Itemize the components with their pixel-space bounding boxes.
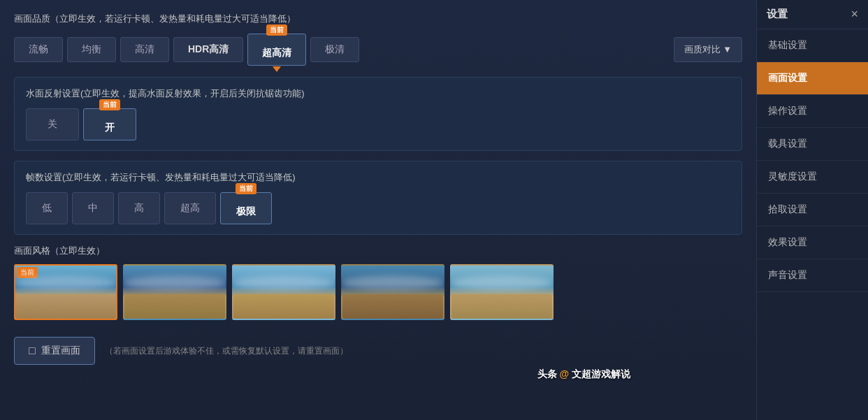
fps-title: 帧数设置(立即生效，若运行卡顿、发热量和耗电量过大可适当降低): [26, 171, 730, 184]
style-thumb-5[interactable]: [450, 264, 554, 320]
water-reflection-on[interactable]: 当前 开: [83, 108, 136, 140]
sidebar-item-sensitivity[interactable]: 灵敏度设置: [757, 161, 868, 194]
quality-section: 画面品质（立即生效，若运行卡顿、发热量和耗电量过大可适当降低） 流畅 均衡 高清…: [14, 13, 742, 66]
dangqian-badge-style: 当前: [17, 267, 38, 278]
quality-btn-liuchang[interactable]: 流畅: [14, 37, 63, 62]
sidebar-item-display[interactable]: 画面设置: [757, 62, 868, 95]
style-thumb-1[interactable]: 当前: [14, 264, 117, 320]
water-reflection-card: 水面反射设置(立即生效，提高水面反射效果，开启后关闭抗锯齿功能) 关 当前 开: [14, 77, 742, 151]
watermark-name: 文超游戏解说: [572, 368, 630, 379]
close-button[interactable]: ×: [851, 7, 858, 22]
cloud-decoration-5: [451, 276, 552, 290]
fps-btn-low[interactable]: 低: [26, 192, 68, 224]
sidebar-item-sound[interactable]: 声音设置: [757, 259, 868, 292]
dangqian-badge-quality: 当前: [266, 24, 287, 36]
cloud-decoration-3: [233, 276, 334, 290]
sidebar-item-controls[interactable]: 操作设置: [757, 95, 868, 128]
quality-compare-button[interactable]: 画质对比 ▼: [674, 37, 742, 62]
arrow-down-quality: [273, 66, 281, 72]
reset-hint: （若画面设置后游戏体验不佳，或需恢复默认设置，请重置画面）: [105, 345, 348, 357]
style-thumbnails: 当前: [14, 264, 742, 320]
cloud-decoration-1: [15, 276, 116, 290]
dangqian-badge-water: 当前: [99, 99, 120, 110]
cloud-decoration-4: [342, 276, 443, 290]
sidebar-header: 设置 ×: [757, 0, 868, 29]
watermark-at: @: [559, 368, 569, 379]
quality-btn-ultrahd[interactable]: 当前 超高清: [247, 34, 306, 66]
style-title: 画面风格（立即生效）: [14, 245, 742, 257]
fps-settings-card: 帧数设置(立即生效，若运行卡顿、发热量和耗电量过大可适当降低) 低 中 高 超高…: [14, 161, 742, 235]
quality-desc: 画面品质（立即生效，若运行卡顿、发热量和耗电量过大可适当降低）: [14, 13, 742, 25]
dangqian-badge-fps: 当前: [236, 183, 256, 194]
quality-btn-junheng[interactable]: 均衡: [67, 37, 116, 62]
toggle-row: 关 当前 开: [26, 108, 730, 140]
sidebar-title: 设置: [767, 8, 788, 21]
sidebar-item-vehicle[interactable]: 载具设置: [757, 128, 868, 161]
quality-btn-gaoqing[interactable]: 高清: [120, 37, 169, 62]
reset-icon: □: [29, 345, 36, 357]
main-content: 画面品质（立即生效，若运行卡顿、发热量和耗电量过大可适当降低） 流畅 均衡 高清…: [0, 0, 756, 420]
sidebar-item-basic[interactable]: 基础设置: [757, 29, 868, 62]
watermark-prefix: 头条: [537, 368, 557, 379]
style-thumb-4[interactable]: [341, 264, 444, 320]
style-thumb-3[interactable]: [232, 264, 335, 320]
water-reflection-title: 水面反射设置(立即生效，提高水面反射效果，开启后关闭抗锯齿功能): [26, 87, 730, 100]
sidebar-item-effects[interactable]: 效果设置: [757, 226, 868, 259]
cloud-decoration-2: [124, 276, 225, 290]
reset-button[interactable]: □ 重置画面: [14, 337, 95, 365]
quality-btn-jiqing[interactable]: 极清: [310, 37, 359, 62]
reset-label: 重置画面: [41, 345, 80, 357]
sidebar-item-pickup[interactable]: 拾取设置: [757, 194, 868, 226]
fps-btn-high[interactable]: 高: [118, 192, 160, 224]
style-section: 画面风格（立即生效） 当前: [14, 245, 742, 320]
water-reflection-off[interactable]: 关: [26, 108, 79, 140]
fps-btn-mid[interactable]: 中: [72, 192, 114, 224]
watermark: 头条 @ 文超游戏解说: [537, 368, 630, 381]
sidebar: 设置 × 基础设置 画面设置 操作设置 载具设置 灵敏度设置 拾取设置 效果设置…: [756, 0, 868, 420]
fps-btn-extreme[interactable]: 当前 极限: [220, 192, 272, 224]
quality-row: 流畅 均衡 高清 HDR高清 当前 超高清 极清 画质对比 ▼: [14, 34, 742, 66]
quality-btn-hdr[interactable]: HDR高清: [173, 37, 243, 62]
sidebar-items: 基础设置 画面设置 操作设置 载具设置 灵敏度设置 拾取设置 效果设置 声音设置: [757, 29, 868, 420]
fps-btn-superhigh[interactable]: 超高: [164, 192, 216, 224]
bottom-bar: □ 重置画面 （若画面设置后游戏体验不佳，或需恢复默认设置，请重置画面）: [14, 330, 742, 368]
fps-row: 低 中 高 超高 当前 极限: [26, 192, 730, 224]
style-thumb-2[interactable]: [123, 264, 226, 320]
